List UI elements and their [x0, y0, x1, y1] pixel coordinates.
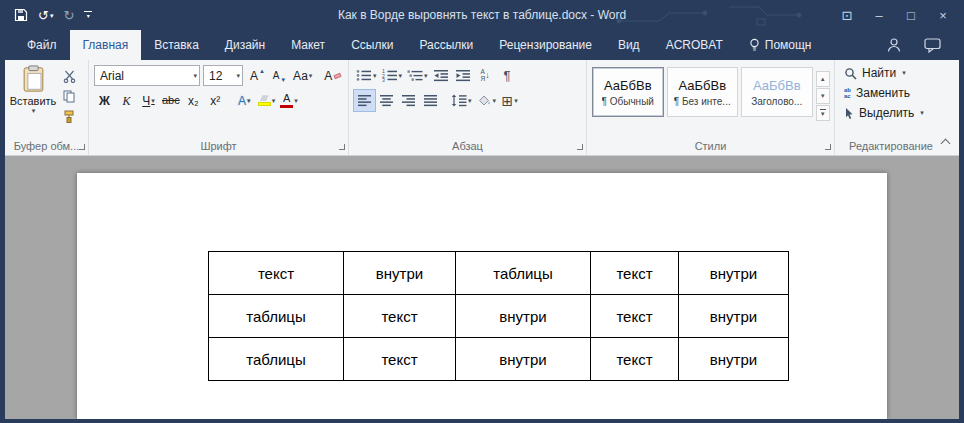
- tab-home[interactable]: Главная: [70, 30, 142, 60]
- table-cell[interactable]: текст: [591, 338, 679, 381]
- justify-button[interactable]: [420, 90, 441, 111]
- align-right-button[interactable]: [398, 90, 419, 111]
- tab-references[interactable]: Ссылки: [338, 30, 406, 60]
- increase-indent-button[interactable]: [453, 65, 474, 86]
- undo-button[interactable]: ↺▾: [38, 9, 53, 22]
- dropdown-arrow-icon: ▾: [151, 97, 155, 104]
- table-cell[interactable]: текст: [344, 295, 456, 338]
- dropdown-arrow-icon: ▾: [514, 97, 518, 104]
- tab-insert[interactable]: Вставка: [141, 30, 212, 60]
- select-button[interactable]: Выделить ▾: [844, 103, 943, 123]
- paragraph-group-label: Абзац: [349, 140, 586, 152]
- format-painter-button[interactable]: [60, 108, 78, 124]
- tabstrip-right-icons: [886, 30, 959, 60]
- styles-dialog-launcher-icon[interactable]: [825, 144, 831, 150]
- customize-qat-button[interactable]: ▾: [84, 11, 92, 19]
- tab-file[interactable]: Файл: [14, 30, 70, 60]
- bullets-button[interactable]: ▾: [354, 65, 379, 86]
- table-cell[interactable]: внутри: [456, 295, 591, 338]
- paragraph-dialog-launcher-icon[interactable]: [577, 144, 583, 150]
- borders-button[interactable]: ⊞▾: [499, 90, 520, 111]
- dropdown-arrow-icon: ▾: [50, 12, 54, 19]
- table-cell[interactable]: текст: [209, 252, 344, 295]
- highlight-color-button[interactable]: ▾: [256, 90, 278, 111]
- table-cell[interactable]: внутри: [679, 252, 789, 295]
- font-dialog-launcher-icon[interactable]: [339, 144, 345, 150]
- maximize-button[interactable]: □: [895, 0, 927, 30]
- styles-more-button[interactable]: ▼: [816, 105, 830, 121]
- shading-button[interactable]: ▾: [475, 90, 499, 111]
- text-effects-button[interactable]: А▾: [234, 90, 255, 111]
- strikethrough-button[interactable]: abc: [160, 90, 182, 111]
- tab-view[interactable]: Вид: [605, 30, 653, 60]
- tab-layout[interactable]: Макет: [278, 30, 338, 60]
- table-cell[interactable]: текст: [344, 338, 456, 381]
- style-normal[interactable]: АаБбВв ¶ Обычный: [592, 67, 664, 117]
- underline-button[interactable]: Ч▾: [138, 90, 159, 111]
- ribbon-end-spacer: [947, 60, 959, 155]
- tab-acrobat[interactable]: ACROBAT: [653, 30, 736, 60]
- bold-button[interactable]: Ж: [94, 90, 115, 111]
- style-no-spacing[interactable]: АаБбВв ¶ Без инте...: [667, 67, 739, 117]
- table-cell[interactable]: текст: [591, 252, 679, 295]
- align-center-button[interactable]: [376, 90, 397, 111]
- clipboard-dialog-launcher-icon[interactable]: [79, 144, 85, 150]
- clear-formatting-button[interactable]: А: [322, 65, 343, 86]
- table-cell[interactable]: внутри: [344, 252, 456, 295]
- table-cell[interactable]: таблицы: [209, 295, 344, 338]
- down-arrow-icon: ↓: [485, 71, 490, 80]
- paste-button[interactable]: Вставить ▾: [10, 63, 56, 124]
- multilevel-list-button[interactable]: ▾: [405, 65, 430, 86]
- save-icon[interactable]: [14, 8, 28, 22]
- down-arrow-icon: ▼: [280, 77, 286, 83]
- dropdown-arrow-icon: ▾: [309, 72, 313, 79]
- line-spacing-icon: [451, 94, 467, 107]
- table-cell[interactable]: внутри: [679, 295, 789, 338]
- copy-button[interactable]: [60, 88, 78, 104]
- dropdown-arrow-icon: ▾: [32, 107, 36, 115]
- sort-button[interactable]: АЯ↓: [475, 65, 496, 86]
- italic-button[interactable]: К: [116, 90, 137, 111]
- table-cell[interactable]: внутри: [456, 338, 591, 381]
- superscript-button[interactable]: x²: [205, 90, 226, 111]
- feedback-chat-icon[interactable]: [924, 38, 941, 53]
- decrease-indent-button[interactable]: [431, 65, 452, 86]
- document-page[interactable]: текст внутри таблицы текст внутри таблиц…: [77, 173, 887, 419]
- tab-design[interactable]: Дизайн: [212, 30, 278, 60]
- ribbon-display-options-button[interactable]: ⊡: [831, 0, 863, 30]
- table-cell[interactable]: таблицы: [209, 338, 344, 381]
- ribbon: Вставить ▾ Буфер обм...: [5, 60, 959, 156]
- scissors-icon: [63, 70, 76, 83]
- line-spacing-button[interactable]: ▾: [449, 90, 474, 111]
- table-cell[interactable]: таблицы: [456, 252, 591, 295]
- shrink-font-button[interactable]: А▼: [269, 65, 290, 86]
- font-size-combo[interactable]: 12▾: [203, 65, 243, 86]
- find-button[interactable]: Найти ▾: [844, 63, 943, 83]
- dropdown-arrow-icon: ▾: [193, 72, 197, 80]
- redo-button[interactable]: ↻: [63, 9, 74, 22]
- minimize-button[interactable]: –: [863, 0, 895, 30]
- sign-in-person-icon[interactable]: [886, 37, 902, 53]
- close-button[interactable]: ×: [927, 0, 959, 30]
- font-name-combo[interactable]: Arial▾: [94, 65, 200, 86]
- subscript-button[interactable]: x₂: [183, 90, 204, 111]
- table-cell[interactable]: внутри: [679, 338, 789, 381]
- tab-review[interactable]: Рецензирование: [486, 30, 605, 60]
- show-paragraph-marks-button[interactable]: ¶: [497, 65, 518, 86]
- numbering-button[interactable]: 123 ▾: [380, 65, 405, 86]
- change-case-button[interactable]: Аа▾: [291, 65, 314, 86]
- dropdown-arrow-icon: ▾: [247, 97, 251, 104]
- tab-mailings[interactable]: Рассылки: [406, 30, 486, 60]
- styles-scroll-down-button[interactable]: ▼: [816, 88, 830, 104]
- styles-scroll-up-button[interactable]: ▲: [816, 71, 830, 87]
- table-cell[interactable]: текст: [591, 295, 679, 338]
- cut-button[interactable]: [60, 68, 78, 84]
- replace-button[interactable]: abac Заменить: [844, 83, 943, 103]
- grow-font-button[interactable]: А▲: [247, 65, 268, 86]
- align-left-button[interactable]: [354, 90, 375, 111]
- font-color-button[interactable]: А▾: [278, 90, 300, 111]
- justify-icon: [423, 94, 438, 107]
- title-bar: ↺▾ ↻ ▾ Как в Ворде выровнять текст в таб…: [5, 0, 959, 30]
- tab-tell-me[interactable]: Помощн: [736, 30, 825, 60]
- style-heading-1[interactable]: АаБбВв Заголово...: [741, 67, 813, 117]
